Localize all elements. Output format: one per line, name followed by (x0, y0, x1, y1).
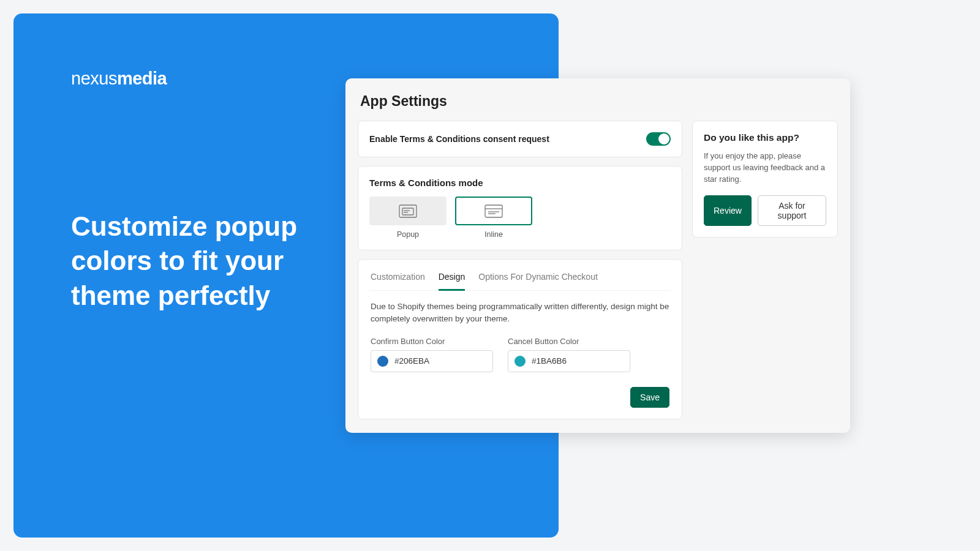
inline-window-icon (484, 204, 503, 218)
popup-window-icon (399, 204, 417, 218)
mode-inline-preview (455, 197, 532, 225)
mode-option-popup[interactable]: Popup (369, 197, 447, 239)
cancel-color-label: Cancel Button Color (508, 337, 630, 346)
mode-popup-preview (369, 197, 447, 225)
mode-card: Terms & Conditions mode Popup (358, 166, 682, 250)
svg-rect-1 (402, 208, 413, 215)
tab-dynamic-checkout[interactable]: Options For Dynamic Checkout (478, 268, 598, 291)
enable-consent-card: Enable Terms & Conditions consent reques… (358, 121, 682, 157)
mode-option-inline[interactable]: Inline (455, 197, 532, 239)
cancel-color-value: #1BA6B6 (532, 356, 567, 365)
enable-consent-label: Enable Terms & Conditions consent reques… (369, 134, 549, 144)
svg-rect-4 (485, 205, 502, 217)
save-button[interactable]: Save (630, 387, 669, 408)
tab-design[interactable]: Design (439, 268, 466, 291)
review-button[interactable]: Review (704, 195, 752, 226)
page-title: App Settings (358, 93, 838, 110)
feedback-card: Do you like this app? If you enjoy the a… (692, 121, 838, 238)
svg-rect-0 (399, 205, 417, 217)
tab-customization[interactable]: Customization (371, 268, 425, 291)
cancel-color-input[interactable]: #1BA6B6 (508, 350, 630, 372)
cancel-color-swatch (514, 356, 526, 367)
promo-headline: Customize popup colors to fit your theme… (71, 209, 365, 313)
settings-tabs: Customization Design Options For Dynamic… (369, 268, 671, 291)
confirm-color-value: #206EBA (394, 356, 429, 365)
app-settings-window: App Settings Enable Terms & Conditions c… (345, 78, 850, 433)
enable-consent-toggle[interactable] (646, 132, 671, 146)
confirm-color-swatch (377, 356, 388, 367)
confirm-color-label: Confirm Button Color (371, 337, 493, 346)
brand-light: nexus (71, 69, 117, 88)
feedback-title: Do you like this app? (704, 132, 826, 143)
mode-popup-label: Popup (369, 230, 447, 239)
brand-logo: nexusmedia (71, 69, 167, 89)
design-note: Due to Shopify themes being programmatic… (371, 301, 669, 326)
ask-support-button[interactable]: Ask for support (758, 195, 826, 226)
mode-inline-label: Inline (455, 230, 532, 239)
mode-title: Terms & Conditions mode (369, 178, 671, 188)
design-card: Customization Design Options For Dynamic… (358, 259, 682, 419)
brand-bold: media (117, 69, 167, 88)
confirm-color-input[interactable]: #206EBA (371, 350, 493, 372)
feedback-text: If you enjoy the app, please support us … (704, 151, 826, 186)
